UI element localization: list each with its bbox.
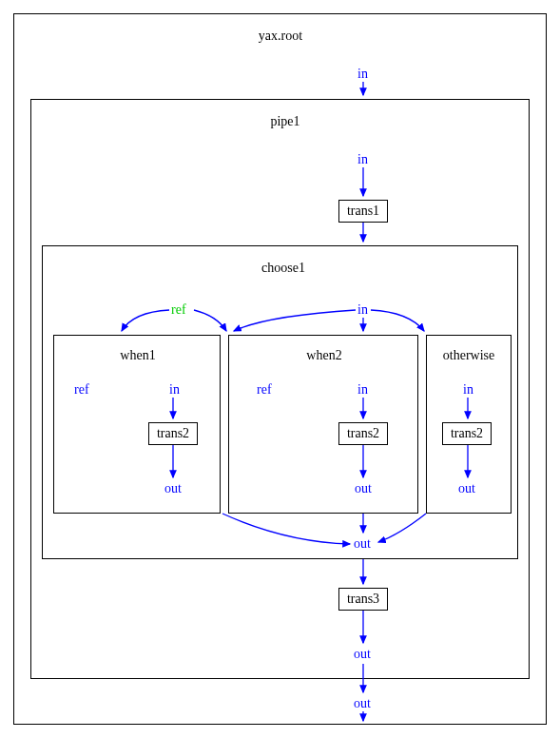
when1-trans2-label: trans2	[157, 426, 189, 441]
otherwise-trans2-node: trans2	[442, 422, 492, 445]
when1-out-port: out	[164, 481, 182, 496]
trans3-label: trans3	[347, 592, 379, 607]
otherwise-trans2-label: trans2	[451, 426, 483, 441]
root-in-port: in	[357, 67, 368, 82]
when1-in-port: in	[169, 382, 180, 398]
pipe1-in-port: in	[357, 152, 368, 167]
when2-out-port: out	[355, 481, 372, 496]
when2-title: when2	[300, 348, 348, 363]
trans1-label: trans1	[347, 204, 379, 219]
when1-title: when1	[114, 348, 162, 363]
choose1-title: choose1	[255, 261, 312, 276]
when2-trans2-label: trans2	[347, 426, 379, 441]
pipe1-out-port: out	[354, 647, 371, 662]
otherwise-title: otherwise	[437, 348, 500, 363]
diagram-canvas: yax.root in out pipe1 in out trans1 choo…	[0, 0, 560, 738]
when1-trans2-node: trans2	[148, 422, 198, 445]
trans1-node: trans1	[338, 200, 388, 223]
otherwise-out-port: out	[458, 481, 475, 496]
root-title: yax.root	[238, 29, 323, 44]
root-out-port: out	[354, 696, 371, 711]
pipe1-title: pipe1	[261, 114, 309, 129]
when2-in-port: in	[357, 382, 368, 398]
choose1-out-port: out	[354, 536, 371, 552]
when2-trans2-node: trans2	[338, 422, 388, 445]
when2-ref-port: ref	[257, 382, 272, 398]
trans3-node: trans3	[338, 588, 388, 611]
when1-ref-port: ref	[74, 382, 89, 398]
choose1-in-port: in	[357, 302, 368, 318]
choose1-ref-port: ref	[171, 302, 186, 318]
otherwise-in-port: in	[463, 382, 473, 398]
